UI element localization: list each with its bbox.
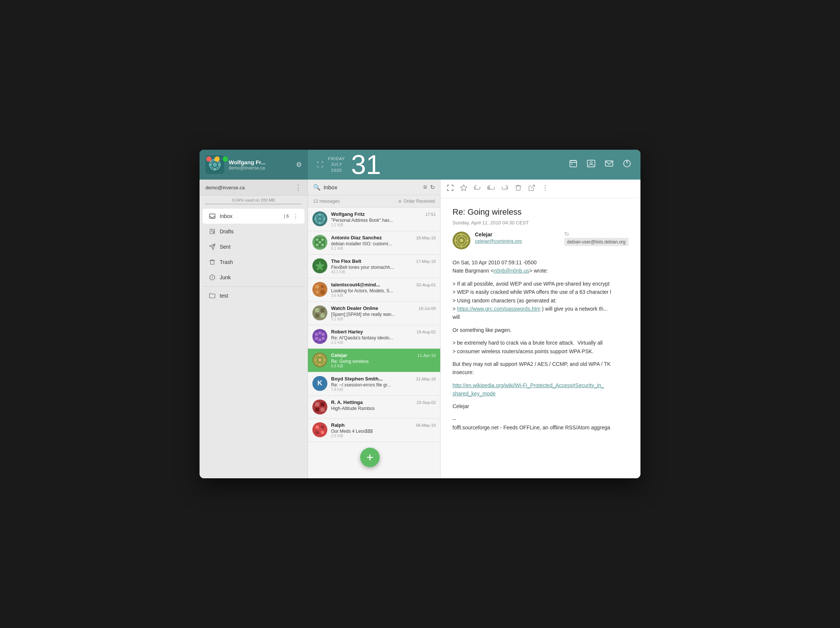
mail-icon[interactable] xyxy=(605,159,614,170)
message-size: 3.6 KiB xyxy=(331,293,436,297)
settings-icon[interactable]: ⚙ xyxy=(296,161,302,169)
sidebar-item-inbox[interactable]: Inbox | 6 ⋮ xyxy=(202,209,305,223)
grc-link[interactable]: https://www.grc.com/passwords.htm xyxy=(457,306,540,312)
svg-point-71 xyxy=(315,431,319,434)
message-date: 19-Jul-09 xyxy=(418,306,436,311)
message-sender: The Flex Belt xyxy=(331,258,362,264)
svg-point-37 xyxy=(321,285,324,288)
svg-text:K: K xyxy=(317,379,322,387)
svg-point-23 xyxy=(318,217,322,221)
email-paragraph: Celejar xyxy=(453,402,628,410)
svg-point-72 xyxy=(321,431,324,434)
date-number: 31 xyxy=(351,151,381,178)
fullscreen-icon[interactable] xyxy=(447,184,454,194)
compose-button[interactable] xyxy=(360,448,380,467)
message-content: Wolfgang Fritz 17:51 "Personal Address B… xyxy=(331,211,436,227)
message-subject: "Personal Address Book" has... xyxy=(331,218,436,223)
wiki-link[interactable]: http://en.wikipedia.org/wiki/Wi-Fi_Prote… xyxy=(453,382,604,397)
list-item[interactable]: Celejar 11-Apr-10 Re: Going wireless 6.8… xyxy=(308,349,440,372)
from-name: Celejar xyxy=(475,231,560,238)
svg-point-39 xyxy=(320,290,325,294)
reply-icon[interactable] xyxy=(474,184,481,194)
sidebar-item-test[interactable]: test xyxy=(202,288,305,303)
svg-rect-49 xyxy=(322,333,324,336)
storage-text: 0.04% used on 200 MB xyxy=(205,198,302,202)
list-item[interactable]: Watch Dealer Online 19-Jul-09 [Spam] [SP… xyxy=(308,302,440,325)
trash-icon xyxy=(208,258,216,266)
storage-bar xyxy=(205,203,302,205)
message-sender: Boyd Stephen Smith... xyxy=(331,376,383,382)
message-content: The Flex Belt 17-May-10 FlexBelt tones y… xyxy=(331,258,436,274)
list-item[interactable]: Antonio Diaz Sanchez 18-May-10 debian in… xyxy=(308,231,440,255)
main-header: ⛶ FRIDAY JULY 2020 31 xyxy=(308,151,641,178)
message-top-row: Boyd Stephen Smith... 21-May-10 xyxy=(331,376,436,382)
email-from-row: Celejar celejar@csmining.org To debian-u… xyxy=(453,231,628,249)
svg-rect-7 xyxy=(219,164,221,165)
svg-rect-24 xyxy=(319,214,321,216)
svg-point-33 xyxy=(318,241,321,244)
list-item[interactable]: The Flex Belt 17-May-10 FlexBelt tones y… xyxy=(308,255,440,278)
reply-all-icon[interactable] xyxy=(487,184,495,194)
email-paragraph: > If at all possible, avoid WEP and use … xyxy=(453,280,628,321)
sidebar-item-junk[interactable]: Junk xyxy=(202,270,305,285)
message-size: 7.8 KiB xyxy=(331,387,436,392)
message-list-panel: 🔍 ≡ ↻ 12 messages ≡ Order Received xyxy=(308,179,441,478)
list-item[interactable]: Ralph 06-May-10 Our Meds 4 Less$$$ 2.5 K… xyxy=(308,419,440,442)
svg-point-70 xyxy=(321,425,324,429)
refresh-icon[interactable]: ↻ xyxy=(430,184,435,191)
svg-rect-82 xyxy=(461,233,462,236)
open-icon[interactable] xyxy=(528,184,535,194)
message-date: 11-Apr-10 xyxy=(417,353,436,358)
message-date: 02-Aug-01 xyxy=(417,283,436,287)
avatar xyxy=(313,258,327,273)
svg-rect-25 xyxy=(319,222,321,224)
email-paragraph: -- foffl.sourceforge.net - Feeds OFFLine… xyxy=(453,415,628,432)
svg-point-77 xyxy=(545,190,546,191)
email-paragraph: On Sat, 10 Apr 2010 07:59:11 -0500 Nate … xyxy=(453,258,628,275)
contacts-icon[interactable] xyxy=(587,159,595,170)
search-input[interactable] xyxy=(324,184,420,190)
more-icon[interactable] xyxy=(542,184,549,194)
from-email[interactable]: celejar@csmining.org xyxy=(475,238,522,244)
delete-icon[interactable] xyxy=(515,184,522,194)
star-icon[interactable] xyxy=(460,184,467,194)
message-content: Robert Harley 19-Aug-02 Re: Al'Qaeda's f… xyxy=(331,329,436,345)
n0nb-link[interactable]: n0nb@n0nb.us xyxy=(494,268,529,274)
svg-rect-83 xyxy=(461,245,462,247)
message-sender: Wolfgang Fritz xyxy=(331,211,365,217)
svg-rect-48 xyxy=(318,332,321,334)
sidebar-item-trash[interactable]: Trash xyxy=(202,255,305,269)
message-subject: Looking for Actors, Models, S... xyxy=(331,288,436,293)
svg-rect-50 xyxy=(315,337,317,340)
account-more-icon[interactable]: ⋮ xyxy=(295,183,302,192)
avatar xyxy=(313,422,327,437)
list-item[interactable]: talentscout4@mind... 02-Aug-01 Looking f… xyxy=(308,278,440,302)
svg-rect-8 xyxy=(570,161,576,167)
list-item[interactable]: R. A. Hettinga 23-Sep-02 High-Altitude R… xyxy=(308,396,440,419)
expand-icon[interactable]: ⛶ xyxy=(317,161,324,169)
close-button[interactable] xyxy=(206,156,212,162)
power-icon[interactable] xyxy=(622,159,632,170)
message-date: 19-Aug-02 xyxy=(417,330,436,334)
sidebar-item-sent[interactable]: Sent xyxy=(202,239,305,254)
svg-rect-84 xyxy=(455,240,456,241)
message-sender: Ralph xyxy=(331,422,344,428)
calendar-icon[interactable] xyxy=(569,159,578,170)
inbox-more-icon[interactable]: ⋮ xyxy=(292,213,298,220)
message-sender: Robert Harley xyxy=(331,329,363,335)
email-paragraph: Or something like pwgen. xyxy=(453,326,628,334)
svg-rect-5 xyxy=(214,168,216,171)
maximize-button[interactable] xyxy=(223,156,228,162)
list-item[interactable]: Wolfgang Fritz 17:51 "Personal Address B… xyxy=(308,208,440,231)
svg-rect-67 xyxy=(321,408,325,412)
list-item[interactable]: Robert Harley 19-Aug-02 Re: Al'Qaeda's f… xyxy=(308,325,440,349)
sidebar-item-drafts[interactable]: Drafts xyxy=(202,224,305,239)
filter-icon[interactable]: ≡ xyxy=(423,183,427,191)
list-item[interactable]: K Boyd Stephen Smith... 21-May-10 Re: ~/… xyxy=(308,372,440,396)
message-size: 5.1 KiB xyxy=(331,317,436,321)
forward-icon[interactable] xyxy=(501,184,508,194)
message-sender: Celejar xyxy=(331,353,347,358)
account-row[interactable]: demo@inverse.ca ⋮ xyxy=(199,179,308,196)
svg-rect-85 xyxy=(466,240,469,241)
minimize-button[interactable] xyxy=(215,156,220,162)
